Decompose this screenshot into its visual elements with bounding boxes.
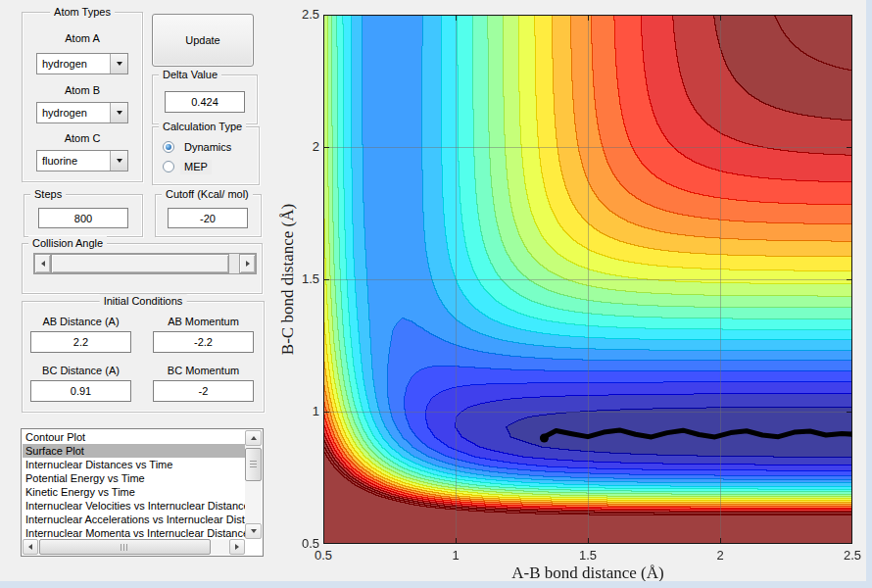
- dropdown-value: fluorine: [42, 151, 77, 171]
- radio-unselected-icon[interactable]: [163, 161, 174, 172]
- atom-c-label: Atom C: [23, 132, 142, 144]
- horizontal-scroll-thumb[interactable]: [39, 539, 211, 555]
- contour-plot-canvas: [323, 15, 852, 544]
- y-tick-label: 1: [284, 404, 319, 418]
- dropdown-arrow-button[interactable]: [110, 54, 127, 74]
- cutoff-panel: Cutoff (Kcal/ mol): [155, 194, 262, 237]
- initial-conditions-panel: Initial Conditions AB Distance (A)AB Mom…: [22, 301, 265, 413]
- ic-field-3[interactable]: [153, 380, 254, 402]
- atom-types-title: Atom Types: [50, 5, 115, 19]
- x-tick-label: 1: [436, 548, 475, 563]
- left-arrow-icon: [28, 544, 32, 550]
- scroll-grip-icon: [250, 461, 257, 469]
- scroll-grip-icon: [121, 544, 129, 551]
- atom-a-label: Atom A: [23, 32, 142, 44]
- steps-title: Steps: [30, 187, 66, 201]
- radio-mep[interactable]: MEP: [163, 159, 212, 174]
- y-tick-label: 0.5: [284, 536, 319, 551]
- y-axis-label: B-C bond distance (Å): [278, 204, 298, 355]
- chevron-down-icon: [117, 159, 122, 163]
- slider-thumb[interactable]: [51, 254, 229, 273]
- delta-value-panel: Delta Value: [152, 74, 258, 124]
- atom-b-dropdown[interactable]: hydrogen: [36, 102, 128, 123]
- dropdown-value: hydrogen: [42, 54, 87, 74]
- delta-value-field[interactable]: [165, 91, 245, 113]
- calculation-type-panel: Calculation Type DynamicsMEP: [152, 126, 260, 185]
- atom-types-panel: Atom Types Atom AhydrogenAtom BhydrogenA…: [22, 12, 143, 182]
- chevron-down-icon: [117, 62, 122, 66]
- slider-left-arrow-button[interactable]: [34, 254, 51, 273]
- steps-panel: Steps: [24, 194, 143, 237]
- atom-b-label: Atom B: [23, 84, 142, 96]
- chevron-down-icon: [117, 111, 122, 115]
- list-item[interactable]: Contour Plot: [23, 430, 245, 444]
- collision-angle-slider[interactable]: [33, 253, 257, 274]
- slider-right-arrow-button[interactable]: [239, 254, 256, 273]
- listbox-vertical-scrollbar[interactable]: [245, 430, 262, 539]
- contour-plot-axes: [322, 14, 853, 545]
- collision-angle-title: Collision Angle: [28, 236, 107, 250]
- dropdown-value: hydrogen: [42, 103, 87, 122]
- calculation-type-title: Calculation Type: [159, 120, 246, 133]
- down-arrow-icon: [251, 529, 257, 533]
- atom-a-dropdown[interactable]: hydrogen: [36, 53, 128, 74]
- right-arrow-icon: [246, 261, 250, 267]
- dropdown-arrow-button[interactable]: [110, 103, 127, 122]
- radio-dynamics[interactable]: Dynamics: [163, 139, 235, 155]
- scroll-up-button[interactable]: [245, 430, 262, 446]
- scroll-left-button[interactable]: [23, 539, 38, 555]
- ic-label-1: AB Momentum: [153, 316, 254, 327]
- list-item[interactable]: Internuclear Velocities vs Internuclear …: [23, 499, 245, 513]
- listbox-horizontal-scrollbar[interactable]: [23, 539, 245, 555]
- delta-value-title: Delta Value: [159, 68, 221, 81]
- application-window: { "window": { "background": "#f0f0f0", "…: [0, 0, 872, 588]
- plot-type-items: Contour PlotSurface PlotInternuclear Dis…: [23, 430, 245, 539]
- list-item[interactable]: Kinetic Energy vs Time: [23, 485, 245, 499]
- ic-field-2[interactable]: [30, 380, 131, 402]
- ic-label-0: AB Distance (A): [30, 316, 131, 327]
- window-border-bottom: [0, 581, 872, 588]
- left-arrow-icon: [41, 261, 45, 267]
- y-tick-label: 2: [284, 139, 319, 154]
- scroll-right-button[interactable]: [229, 539, 245, 555]
- x-axis-label: A-B bond distance (Å): [441, 564, 735, 583]
- update-button[interactable]: Update: [152, 14, 254, 67]
- atom-c-dropdown[interactable]: fluorine: [36, 150, 128, 172]
- collision-angle-panel: Collision Angle: [22, 243, 263, 294]
- ic-label-3: BC Momentum: [153, 365, 254, 376]
- right-arrow-icon: [235, 544, 239, 550]
- ic-field-1[interactable]: [153, 331, 254, 353]
- up-arrow-icon: [251, 436, 257, 440]
- initial-conditions-title: Initial Conditions: [100, 294, 187, 308]
- list-item[interactable]: Internuclear Accelerations vs Internucle…: [23, 513, 245, 526]
- x-tick-label: 1.5: [568, 548, 607, 563]
- steps-field[interactable]: [38, 208, 128, 228]
- window-border-right: [866, 0, 872, 588]
- list-item[interactable]: Potential Energy vs Time: [23, 471, 245, 485]
- radio-label: Dynamics: [180, 140, 235, 155]
- list-item[interactable]: Internuclear Momenta vs Internuclear Dis…: [23, 526, 245, 539]
- cutoff-field[interactable]: [168, 208, 248, 228]
- cutoff-title: Cutoff (Kcal/ mol): [162, 187, 253, 201]
- dropdown-arrow-button[interactable]: [110, 151, 127, 171]
- radio-label: MEP: [180, 160, 212, 174]
- ic-field-0[interactable]: [30, 331, 131, 353]
- vertical-scroll-thumb[interactable]: [245, 448, 262, 481]
- y-tick-label: 2.5: [284, 7, 319, 22]
- list-item[interactable]: Internuclear Distances vs Time: [23, 458, 245, 471]
- plot-type-listbox[interactable]: Contour PlotSurface PlotInternuclear Dis…: [21, 428, 264, 557]
- ic-label-2: BC Distance (A): [30, 365, 131, 376]
- list-item[interactable]: Surface Plot: [23, 444, 245, 458]
- radio-selected-icon[interactable]: [163, 141, 174, 153]
- scroll-down-button[interactable]: [245, 523, 262, 539]
- x-tick-label: 2: [701, 548, 740, 563]
